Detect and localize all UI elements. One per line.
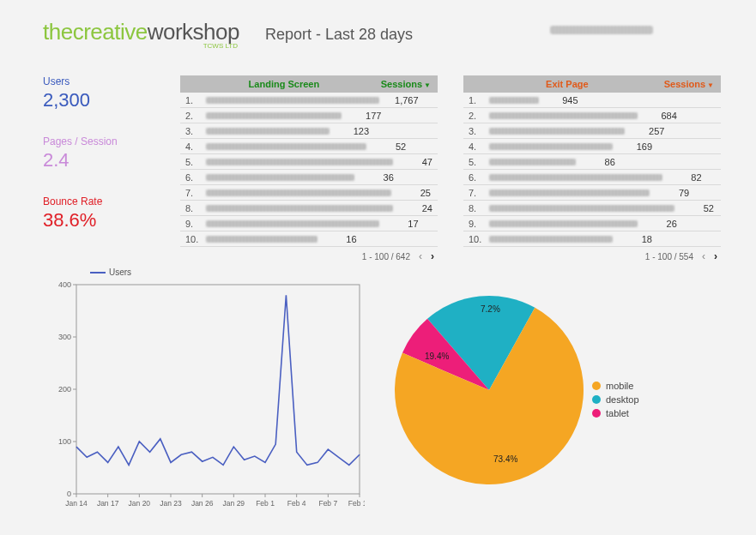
redacted-text (206, 220, 379, 227)
redacted-text (489, 159, 576, 165)
landing-table-header[interactable]: Landing Screen Sessions▼ (180, 75, 438, 93)
row-value: 18 (618, 234, 652, 244)
exit-table-header[interactable]: Exit Page Sessions▼ (463, 75, 721, 93)
table-row[interactable]: 4.52 (180, 139, 438, 154)
row-value: 52 (680, 203, 714, 213)
table-row[interactable]: 1.1,767 (180, 93, 438, 108)
redacted-text (206, 112, 342, 119)
pie-legend: mobile desktop tablet (592, 379, 639, 420)
table-row[interactable]: 7.79 (463, 185, 721, 201)
exit-head-left[interactable]: Exit Page (470, 79, 664, 89)
pie-label-desktop: desktop (606, 394, 639, 405)
redacted-text (489, 174, 662, 181)
row-value: 79 (655, 188, 689, 198)
pager-next-icon[interactable]: › (431, 250, 434, 262)
svg-text:Feb 1: Feb 1 (256, 499, 275, 508)
table-row[interactable]: 6.36 (180, 170, 438, 185)
table-row[interactable]: 10.18 (463, 231, 721, 247)
row-index: 10. (469, 234, 484, 244)
row-index: 6. (469, 172, 484, 183)
pie-pct-desktop: 19.4% (425, 352, 449, 361)
line-chart-svg: 0100200300400Jan 14Jan 17Jan 20Jan 23Jan… (47, 280, 365, 516)
row-index: 9. (469, 219, 484, 229)
exit-pager-text: 1 - 100 / 554 (645, 252, 693, 261)
landing-head-left[interactable]: Landing Screen (187, 79, 381, 89)
row-index: 7. (185, 188, 201, 198)
row-value: 257 (630, 126, 664, 136)
svg-text:Feb 4: Feb 4 (287, 499, 306, 508)
exit-pager: 1 - 100 / 554 ‹ › (463, 247, 721, 266)
table-row[interactable]: 9.26 (463, 216, 721, 231)
row-index: 8. (469, 203, 484, 213)
logo-the: the (43, 19, 73, 45)
redacted-text (489, 189, 650, 196)
row-value: 36 (360, 172, 394, 183)
table-row[interactable]: 10.16 (180, 231, 438, 247)
pager-prev-icon[interactable]: ‹ (702, 250, 705, 262)
landing-pager: 1 - 100 / 642 ‹ › (180, 247, 438, 266)
pie-legend-tablet: tablet (592, 406, 639, 420)
sort-desc-icon: ▼ (707, 81, 714, 89)
table-row[interactable]: 2.684 (463, 108, 721, 123)
redacted-text (206, 97, 379, 104)
stat-bounce-value: 38.6% (43, 209, 154, 231)
table-row[interactable]: 5.86 (463, 154, 721, 170)
row-index: 4. (185, 141, 201, 152)
sort-desc-icon: ▼ (424, 81, 431, 89)
row-value: 24 (398, 203, 432, 213)
row-value: 52 (372, 141, 406, 152)
redacted-text (206, 143, 366, 150)
row-index: 5. (469, 157, 484, 167)
svg-text:400: 400 (58, 280, 71, 289)
logo-creative: creative (73, 19, 148, 45)
pie-pct-mobile: 73.4% (493, 454, 517, 464)
svg-text:300: 300 (58, 333, 71, 341)
line-legend: Users (90, 268, 131, 277)
redacted-text (489, 205, 674, 212)
table-row[interactable]: 3.257 (463, 123, 721, 139)
table-row[interactable]: 1.945 (463, 93, 721, 108)
table-row[interactable]: 2.177 (180, 108, 438, 123)
svg-text:0: 0 (67, 490, 71, 498)
redacted-text (206, 159, 393, 165)
legend-swatch (90, 272, 106, 274)
table-row[interactable]: 9.17 (180, 216, 438, 231)
pie-label-tablet: tablet (606, 408, 629, 418)
row-value: 169 (618, 141, 652, 152)
svg-text:Feb 10: Feb 10 (348, 499, 365, 508)
table-row[interactable]: 4.169 (463, 139, 721, 154)
row-value: 17 (384, 219, 419, 229)
table-row[interactable]: 8.24 (180, 201, 438, 216)
pager-prev-icon[interactable]: ‹ (419, 250, 422, 262)
svg-text:Jan 17: Jan 17 (97, 499, 119, 508)
row-index: 3. (185, 126, 201, 136)
redacted-text (489, 112, 638, 119)
redacted-text (206, 174, 354, 181)
redacted-text (206, 205, 393, 212)
pie-legend-desktop: desktop (592, 393, 639, 406)
stat-bounce-label: Bounce Rate (43, 195, 154, 207)
table-row[interactable]: 7.25 (180, 185, 438, 201)
redacted-text (489, 97, 539, 104)
users-line-chart: Users 0100200300400Jan 14Jan 17Jan 20Jan… (47, 268, 365, 516)
row-index: 9. (185, 219, 201, 229)
svg-text:Feb 7: Feb 7 (318, 499, 337, 508)
row-value: 945 (544, 95, 578, 105)
table-row[interactable]: 5.47 (180, 154, 438, 170)
pager-next-icon[interactable]: › (714, 250, 717, 262)
report-title: Report - Last 28 days (265, 26, 413, 44)
svg-text:Jan 14: Jan 14 (65, 499, 88, 508)
line-legend-text: Users (109, 268, 131, 277)
logo-workshop: workshop (148, 19, 239, 45)
row-index: 3. (469, 126, 484, 136)
landing-head-right[interactable]: Sessions▼ (381, 79, 431, 89)
table-row[interactable]: 3.123 (180, 123, 438, 139)
row-value: 82 (668, 172, 702, 183)
row-index: 6. (185, 172, 201, 183)
table-row[interactable]: 8.52 (463, 201, 721, 216)
stat-pps-label: Pages / Session (43, 135, 154, 147)
table-row[interactable]: 6.82 (463, 170, 721, 185)
redacted-text (206, 128, 330, 135)
redacted-text (489, 128, 625, 135)
exit-head-right[interactable]: Sessions▼ (664, 79, 714, 89)
